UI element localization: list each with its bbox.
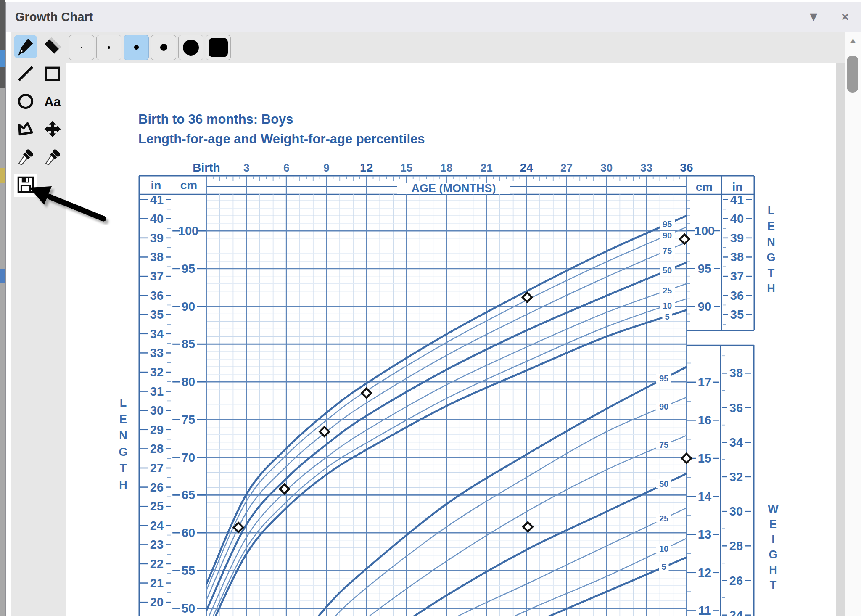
scroll-up-button[interactable]: ▲ (845, 32, 861, 49)
scrollbar-thumb[interactable] (847, 56, 858, 93)
vertical-scrollbar[interactable]: ▲ (845, 32, 861, 616)
arrow-up-icon: ▲ (849, 36, 857, 45)
svg-text:35: 35 (150, 308, 164, 321)
brush-size-3[interactable] (124, 35, 149, 60)
line-tool[interactable] (14, 63, 37, 86)
svg-text:34: 34 (150, 327, 164, 341)
svg-text:in: in (151, 179, 161, 192)
brush-size-2[interactable] (96, 35, 121, 60)
svg-text:75: 75 (182, 413, 195, 426)
svg-text:36: 36 (680, 161, 693, 174)
svg-text:24: 24 (150, 519, 164, 532)
svg-text:W: W (768, 503, 779, 516)
svg-text:90: 90 (663, 231, 672, 240)
svg-text:80: 80 (182, 375, 195, 389)
save-tool[interactable] (14, 174, 37, 197)
svg-text:22: 22 (150, 557, 164, 571)
svg-text:30: 30 (729, 505, 743, 518)
svg-text:100: 100 (178, 224, 198, 238)
svg-text:L: L (768, 204, 775, 217)
svg-text:30: 30 (600, 161, 613, 174)
title-bar[interactable]: Growth Chart ▼ × (6, 2, 861, 32)
svg-text:24: 24 (729, 608, 743, 616)
svg-text:28: 28 (150, 442, 164, 455)
ellipse-tool[interactable] (14, 90, 37, 114)
paint-canvas[interactable]: 4140393837363534333231302928272625242322… (66, 63, 845, 616)
svg-text:AGE (MONTHS): AGE (MONTHS) (412, 182, 496, 195)
line-icon (16, 64, 35, 85)
svg-text:37: 37 (150, 270, 164, 283)
svg-text:41: 41 (730, 193, 744, 206)
move-tool[interactable] (41, 118, 64, 142)
svg-text:32: 32 (150, 365, 164, 379)
svg-text:T: T (768, 267, 775, 279)
pencil-tool[interactable] (14, 35, 37, 58)
svg-text:70: 70 (182, 451, 195, 464)
color-picker-tool[interactable] (14, 146, 37, 169)
rectangle-icon (43, 64, 62, 85)
svg-text:39: 39 (150, 231, 164, 245)
svg-text:17: 17 (698, 375, 711, 389)
eraser-tool[interactable] (41, 35, 64, 58)
svg-text:35: 35 (730, 308, 744, 321)
growth-chart-image: 4140393837363534333231302928272625242322… (66, 63, 845, 616)
svg-text:75: 75 (659, 440, 668, 449)
svg-text:90: 90 (698, 300, 711, 313)
svg-text:E: E (769, 518, 777, 531)
eyedropper-icon (16, 147, 35, 168)
svg-text:Birth: Birth (193, 161, 220, 174)
svg-text:32: 32 (729, 470, 743, 484)
close-button[interactable]: × (829, 2, 861, 32)
brush-size-1[interactable] (69, 35, 94, 60)
svg-text:75: 75 (663, 246, 672, 255)
svg-text:40: 40 (150, 212, 164, 225)
background-fragment (0, 168, 5, 183)
brush-dot-icon (160, 44, 167, 51)
shade-button[interactable]: ▼ (798, 2, 829, 32)
text-tool[interactable]: Aa (41, 90, 64, 114)
svg-text:90: 90 (182, 300, 195, 313)
svg-text:55: 55 (182, 564, 195, 577)
brush-size-6[interactable] (206, 35, 231, 60)
brush-size-5[interactable] (178, 35, 203, 60)
svg-text:14: 14 (698, 490, 711, 503)
pencil-icon (16, 36, 35, 57)
svg-text:25: 25 (659, 514, 668, 523)
brush-size-toolbar (66, 32, 845, 63)
svg-text:95: 95 (663, 219, 672, 229)
background-fragment (0, 0, 5, 88)
svg-text:38: 38 (729, 366, 743, 380)
color-picker-tool-2[interactable] (41, 146, 64, 169)
svg-text:9: 9 (323, 161, 329, 174)
svg-text:21: 21 (150, 576, 164, 590)
svg-text:5: 5 (665, 312, 669, 321)
brush-dot-icon (108, 46, 110, 49)
svg-text:36: 36 (729, 401, 743, 415)
svg-text:30: 30 (150, 404, 164, 417)
svg-text:3: 3 (243, 161, 249, 174)
svg-text:26: 26 (729, 574, 743, 587)
brush-dot-icon (209, 38, 228, 57)
svg-text:28: 28 (729, 539, 743, 553)
svg-text:41: 41 (150, 193, 164, 206)
window-controls: ▼ × (798, 2, 861, 32)
background-fragment (0, 50, 5, 67)
svg-text:N: N (767, 235, 775, 248)
svg-text:85: 85 (182, 337, 195, 351)
svg-text:95: 95 (182, 262, 195, 275)
eyedropper-icon (43, 147, 62, 168)
svg-text:25: 25 (150, 500, 164, 513)
chevron-down-icon: ▼ (807, 10, 820, 24)
svg-text:11: 11 (698, 604, 711, 616)
brush-size-4[interactable] (151, 35, 176, 60)
polygon-tool[interactable] (14, 118, 37, 142)
svg-text:16: 16 (698, 413, 711, 427)
svg-text:13: 13 (698, 528, 711, 541)
svg-text:31: 31 (150, 385, 164, 398)
rectangle-tool[interactable] (41, 63, 64, 86)
svg-text:29: 29 (150, 423, 164, 436)
brush-dot-icon (134, 45, 139, 50)
svg-text:50: 50 (659, 479, 668, 489)
svg-text:N: N (119, 429, 127, 442)
move-icon (43, 119, 62, 140)
